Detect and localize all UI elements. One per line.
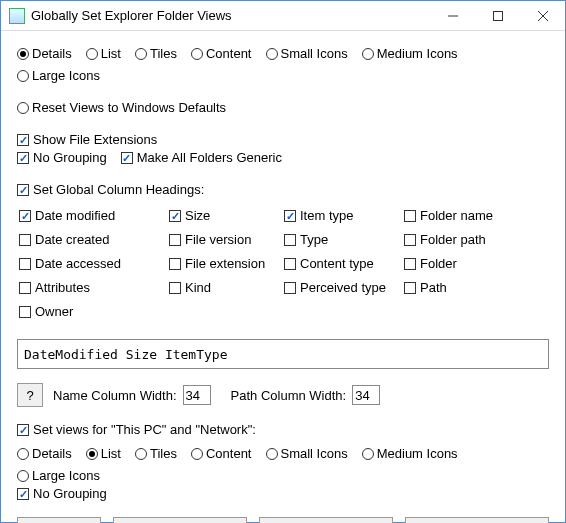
svg-rect-1 — [493, 11, 502, 20]
column-date-accessed[interactable]: Date accessed — [19, 255, 161, 273]
column-folder[interactable]: Folder — [404, 255, 526, 273]
submit-button[interactable]: Submit — [17, 517, 101, 523]
thispc-radio-content[interactable]: Content — [191, 445, 252, 463]
view-radio-medium-icons[interactable]: Medium Icons — [362, 45, 458, 63]
column-date-created[interactable]: Date created — [19, 231, 161, 249]
name-width-label: Name Column Width: — [53, 388, 177, 403]
thispc-radio-tiles[interactable]: Tiles — [135, 445, 177, 463]
window-title: Globally Set Explorer Folder Views — [31, 8, 430, 23]
column-content-type[interactable]: Content type — [284, 255, 396, 273]
set-column-headings-checkbox[interactable]: Set Global Column Headings: — [17, 181, 204, 199]
name-width-input[interactable] — [183, 385, 211, 405]
view-radio-small-icons[interactable]: Small Icons — [266, 45, 348, 63]
column-size[interactable]: Size — [169, 207, 276, 225]
view-radio-large-icons[interactable]: Large Icons — [17, 67, 100, 85]
column-owner[interactable]: Owner — [19, 303, 161, 321]
maximize-button[interactable] — [475, 1, 520, 30]
column-kind[interactable]: Kind — [169, 279, 276, 297]
view-mode-radios: DetailsListTilesContentSmall IconsMedium… — [17, 45, 549, 85]
column-date-modified[interactable]: Date modified — [19, 207, 161, 225]
thispc-radio-small-icons[interactable]: Small Icons — [266, 445, 348, 463]
make-generic-checkbox[interactable]: Make All Folders Generic — [121, 149, 282, 167]
path-width-input[interactable] — [352, 385, 380, 405]
column-path[interactable]: Path — [404, 279, 526, 297]
thispc-radio-medium-icons[interactable]: Medium Icons — [362, 445, 458, 463]
column-item-type[interactable]: Item type — [284, 207, 396, 225]
set-thispc-checkbox[interactable]: Set views for "This PC" and "Network": — [17, 421, 256, 439]
show-file-extensions-checkbox[interactable]: Show File Extensions — [17, 131, 157, 149]
help-button[interactable]: ? — [17, 383, 43, 407]
column-headings-textbox[interactable] — [17, 339, 549, 369]
restore-from-backup-button[interactable]: Restore from Backup — [405, 517, 549, 523]
view-radio-content[interactable]: Content — [191, 45, 252, 63]
no-grouping-checkbox[interactable]: No Grouping — [17, 149, 107, 167]
reset-views-radio[interactable]: Reset Views to Windows Defaults — [17, 99, 226, 117]
column-file-extension[interactable]: File extension — [169, 255, 276, 273]
column-type[interactable]: Type — [284, 231, 396, 249]
thispc-no-grouping-checkbox[interactable]: No Grouping — [17, 485, 107, 503]
view-radio-tiles[interactable]: Tiles — [135, 45, 177, 63]
column-folder-name[interactable]: Folder name — [404, 207, 526, 225]
column-headings-grid: Date modifiedSizeItem typeFolder nameDat… — [19, 207, 549, 321]
path-width-label: Path Column Width: — [231, 388, 347, 403]
view-radio-details[interactable]: Details — [17, 45, 72, 63]
app-icon — [9, 8, 25, 24]
app-defaults-button[interactable]: App Defaults — [259, 517, 393, 523]
close-button[interactable] — [520, 1, 565, 30]
thispc-radio-list[interactable]: List — [86, 445, 121, 463]
last-run-settings-button[interactable]: Last Run Settings — [113, 517, 247, 523]
column-file-version[interactable]: File version — [169, 231, 276, 249]
titlebar: Globally Set Explorer Folder Views — [1, 1, 565, 31]
view-radio-list[interactable]: List — [86, 45, 121, 63]
column-attributes[interactable]: Attributes — [19, 279, 161, 297]
thispc-radio-large-icons[interactable]: Large Icons — [17, 467, 100, 485]
reset-views-label: Reset Views to Windows Defaults — [32, 99, 226, 117]
column-perceived-type[interactable]: Perceived type — [284, 279, 396, 297]
minimize-button[interactable] — [430, 1, 475, 30]
thispc-view-radios: DetailsListTilesContentSmall IconsMedium… — [17, 445, 549, 485]
thispc-radio-details[interactable]: Details — [17, 445, 72, 463]
column-folder-path[interactable]: Folder path — [404, 231, 526, 249]
